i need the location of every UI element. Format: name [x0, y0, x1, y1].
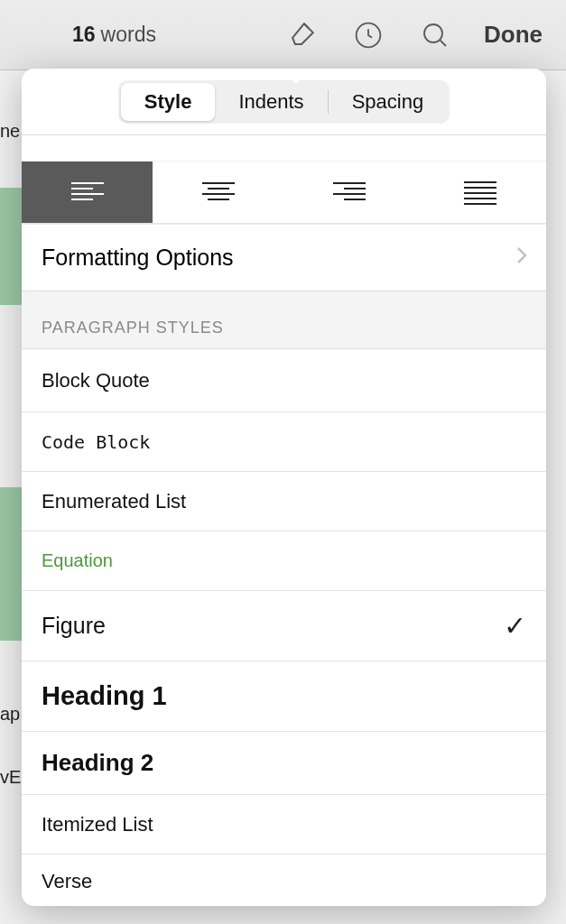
tab-segmented-control: Style Indents Spacing [22, 69, 546, 135]
paragraph-style-label: Figure [42, 613, 106, 639]
align-left-button[interactable] [22, 162, 153, 223]
paragraph-style-item[interactable]: Code Block [22, 412, 546, 472]
paragraph-style-label: Itemized List [42, 813, 153, 836]
history-clock-icon[interactable] [350, 17, 386, 53]
align-right-button[interactable] [284, 162, 415, 223]
paragraph-style-item[interactable]: Heading 2 [22, 732, 546, 795]
tab-spacing[interactable]: Spacing [329, 83, 448, 121]
format-brush-icon[interactable] [283, 17, 320, 53]
paragraph-style-item[interactable]: Figure✓ [22, 591, 546, 661]
paragraph-style-item[interactable]: Verse [22, 855, 546, 906]
word-count-number: 16 [72, 23, 96, 47]
paragraph-style-item[interactable]: Enumerated List [22, 472, 546, 531]
chevron-right-icon [515, 245, 528, 271]
bg-text: ap [0, 704, 20, 725]
svg-point-1 [424, 24, 442, 42]
format-popover: Style Indents Spacing [22, 69, 546, 906]
paragraph-style-item[interactable]: Block Quote [22, 349, 546, 412]
toolbar: 16 words Done [0, 0, 566, 70]
paragraph-style-item[interactable]: Heading 1 [22, 661, 546, 732]
formatting-options-row[interactable]: Formatting Options [22, 224, 546, 291]
paragraph-styles-header: PARAGRAPH STYLES [22, 291, 546, 349]
search-icon[interactable] [417, 17, 453, 53]
done-button[interactable]: Done [484, 21, 543, 49]
formatting-options-label: Formatting Options [42, 245, 234, 271]
paragraph-style-label: Verse [42, 870, 92, 893]
bg-text: ne [0, 121, 20, 142]
paragraph-style-item[interactable]: Itemized List [22, 795, 546, 855]
paragraph-style-label: Heading 2 [42, 749, 153, 777]
word-count[interactable]: 16 words [22, 23, 156, 47]
alignment-row [22, 161, 546, 224]
paragraph-style-label: Enumerated List [42, 490, 186, 513]
align-center-button[interactable] [153, 162, 283, 223]
paragraph-style-label: Heading 1 [42, 681, 167, 711]
align-justify-button[interactable] [415, 162, 546, 223]
tab-indents[interactable]: Indents [215, 83, 327, 121]
toolbar-right: Done [283, 17, 543, 53]
paragraph-style-label: Code Block [42, 431, 150, 453]
paragraph-style-list: Block QuoteCode BlockEnumerated ListEqua… [22, 349, 546, 906]
paragraph-style-item[interactable]: Equation [22, 531, 546, 591]
paragraph-style-label: Equation [42, 550, 113, 571]
checkmark-icon: ✓ [504, 610, 526, 642]
bg-image-fragment [0, 487, 22, 641]
bg-image-fragment [0, 188, 22, 305]
tab-style[interactable]: Style [121, 83, 216, 121]
bg-text: vE [0, 767, 21, 788]
paragraph-style-label: Block Quote [42, 369, 150, 393]
word-count-label: words [101, 23, 156, 47]
